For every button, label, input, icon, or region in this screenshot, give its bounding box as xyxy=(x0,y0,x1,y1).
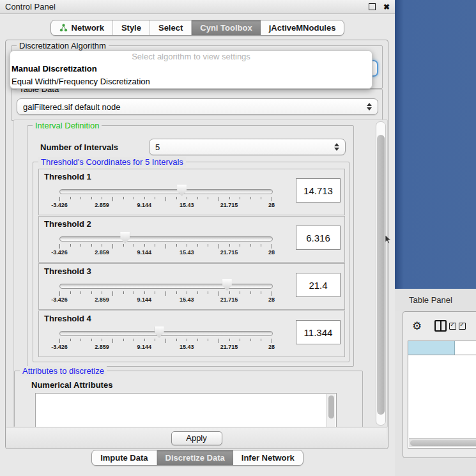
slider-track[interactable] xyxy=(59,284,273,289)
table-data-group: Table Data galFiltered.sif default node xyxy=(11,89,383,121)
threshold-label: Threshold 3 xyxy=(44,266,91,276)
top-tabbar: NetworkStyleSelectCyni ToolboxjActiveMNo… xyxy=(50,20,345,36)
tab-label: jActiveMNodules xyxy=(269,23,336,33)
slider-tick-labels: -3.4262.8599.14415.4321.71528 xyxy=(59,344,272,351)
slider-thumb[interactable] xyxy=(177,185,187,196)
algorithm-dropdown-popup: Select algorithm to view settings Manual… xyxy=(10,50,372,89)
attributes-list[interactable] xyxy=(35,393,337,427)
slider-ticks xyxy=(59,339,272,344)
top-tab-row: NetworkStyleSelectCyni ToolboxjActiveMNo… xyxy=(0,20,395,36)
threshold-value-field[interactable]: 11.344 xyxy=(296,320,341,344)
algorithm-option[interactable]: Manual Discretization xyxy=(10,63,372,75)
num-intervals-label: Number of Intervals xyxy=(40,142,118,152)
interval-definition-group: Interval Definition Number of Intervals … xyxy=(27,125,354,367)
threshold-label: Threshold 4 xyxy=(44,314,91,323)
threshold-box-1: Threshold 1-3.4262.8599.14415.4321.71528… xyxy=(38,169,345,215)
viewport-scrollbar[interactable] xyxy=(376,121,386,426)
threshold-value-field[interactable]: 6.316 xyxy=(296,226,341,250)
panel-title: Control Panel xyxy=(5,2,56,12)
table-header-row xyxy=(408,341,476,355)
slider-track[interactable] xyxy=(59,236,273,242)
bottom-tab-label: Infer Network xyxy=(242,453,295,463)
num-intervals-combobox[interactable]: 5 xyxy=(149,139,346,155)
bottom-tab-row: Impute DataDiscretize DataInfer Network xyxy=(0,450,395,466)
attributes-list-scrollbar[interactable] xyxy=(326,394,335,427)
tab-select[interactable]: Select xyxy=(150,20,192,35)
split-columns-icon[interactable] xyxy=(434,320,447,332)
slider-ticks xyxy=(59,197,272,202)
tab-label: Select xyxy=(158,23,183,33)
table-panel-strip: Table Panel xyxy=(395,289,476,311)
algorithm-options: Manual DiscretizationEqual Width/Frequen… xyxy=(10,63,372,88)
tab-label: Network xyxy=(72,23,104,33)
threshold-box-4: Threshold 4-3.4262.8599.14415.4321.71528… xyxy=(38,311,345,357)
table-toolbar: ⚙ xyxy=(403,312,476,340)
slider-tick-labels: -3.4262.8599.14415.4321.71528 xyxy=(59,249,272,257)
threshold-value-field[interactable]: 21.4 xyxy=(296,273,341,297)
slider-thumb[interactable] xyxy=(155,326,164,338)
bottom-tab-impute-data[interactable]: Impute Data xyxy=(92,450,157,465)
algorithm-group-title: Discretization Algorithm xyxy=(17,41,109,50)
cyni-toolbox-panel: Discretization Algorithm Select algorith… xyxy=(5,40,388,449)
column-header-name[interactable] xyxy=(455,341,476,355)
table-data-value: galFiltered.sif default node xyxy=(23,102,120,112)
table-panel-window: ⚙ xyxy=(403,311,476,458)
control-panel-titlebar: Control Panel ✖ xyxy=(0,0,395,14)
tab-network[interactable]: Network xyxy=(51,20,113,35)
combo-arrows-icon xyxy=(367,103,372,111)
tab-style[interactable]: Style xyxy=(113,20,150,35)
slider-tick-labels: -3.4262.8599.14415.4321.71528 xyxy=(59,296,272,304)
table-data-combobox[interactable]: galFiltered.sif default node xyxy=(17,98,378,115)
attributes-group: Attributes to discretize Numerical Attri… xyxy=(14,371,363,427)
tab-cyni-toolbox[interactable]: Cyni Toolbox xyxy=(192,20,260,35)
slider-track[interactable] xyxy=(59,331,273,336)
slider-track[interactable] xyxy=(59,189,273,194)
network-icon xyxy=(59,24,68,32)
algorithm-placeholder: Select algorithm to view settings xyxy=(10,51,372,63)
tab-label: Cyni Toolbox xyxy=(200,23,252,33)
bottom-tab-discretize-data[interactable]: Discretize Data xyxy=(157,450,233,465)
control-panel: Control Panel ✖ NetworkStyleSelectCyni T… xyxy=(0,0,395,476)
settings-scroll-viewport: Interval Definition Number of Intervals … xyxy=(13,119,388,427)
close-icon[interactable]: ✖ xyxy=(383,3,390,11)
slider-tick-labels: -3.4262.8599.14415.4321.71528 xyxy=(59,202,272,210)
slider-ticks xyxy=(59,244,272,249)
interval-definition-title: Interval Definition xyxy=(33,121,102,130)
algorithm-option[interactable]: Equal Width/Frequency Discretization xyxy=(10,75,372,88)
network-window-frame xyxy=(395,0,476,289)
threshold-box-3: Threshold 3-3.4262.8599.14415.4321.71528… xyxy=(38,263,345,310)
table-panel-title: Table Panel xyxy=(409,295,452,305)
checkbox-icon[interactable] xyxy=(459,323,466,330)
numerical-attributes-label: Numerical Attributes xyxy=(31,380,112,390)
slider-thumb[interactable] xyxy=(222,279,232,291)
gear-icon[interactable]: ⚙ xyxy=(412,319,422,332)
bottom-tabbar: Impute DataDiscretize DataInfer Network xyxy=(91,450,303,466)
num-intervals-value: 5 xyxy=(155,142,160,152)
slider-thumb[interactable] xyxy=(120,232,130,243)
combo-arrows-icon xyxy=(334,143,339,151)
tab-label: Style xyxy=(121,23,141,33)
thresholds-group: Threshold's Coordinates for 5 Intervals … xyxy=(33,162,349,362)
column-header-shared[interactable] xyxy=(408,341,455,355)
mouse-cursor xyxy=(385,235,392,244)
apply-row: Apply xyxy=(6,427,387,449)
slider-ticks xyxy=(59,291,272,296)
threshold-label: Threshold 1 xyxy=(44,172,91,181)
table-horizontal-scrollbar[interactable] xyxy=(409,438,476,447)
attributes-group-title: Attributes to discretize xyxy=(20,366,107,376)
threshold-label: Threshold 2 xyxy=(44,219,91,229)
threshold-value-field[interactable]: 14.713 xyxy=(296,178,341,203)
bottom-tab-infer-network[interactable]: Infer Network xyxy=(233,450,303,465)
tab-jactivemnodules[interactable]: jActiveMNodules xyxy=(261,20,344,35)
apply-button-label: Apply xyxy=(186,433,207,443)
threshold-box-2: Threshold 2-3.4262.8599.14415.4321.71528… xyxy=(38,216,345,263)
bottom-tab-label: Impute Data xyxy=(100,453,148,463)
bottom-tab-label: Discretize Data xyxy=(165,453,225,463)
float-window-icon[interactable] xyxy=(369,3,376,10)
thresholds-group-title: Threshold's Coordinates for 5 Intervals xyxy=(38,157,186,167)
apply-button[interactable]: Apply xyxy=(171,431,222,445)
node-table xyxy=(408,341,476,449)
checkbox-icon[interactable] xyxy=(449,323,456,330)
